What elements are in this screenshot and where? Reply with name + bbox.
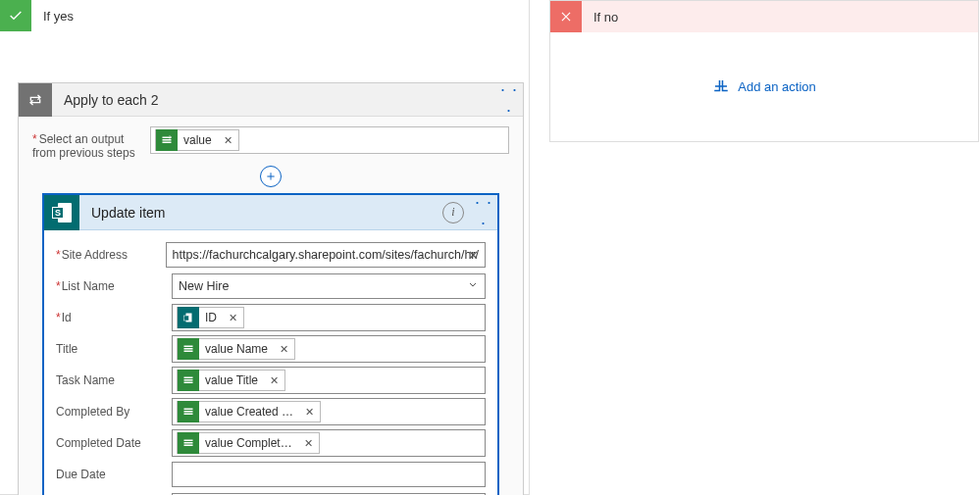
excel-icon <box>178 432 199 454</box>
task-name-input[interactable]: value Title ✕ <box>172 367 486 394</box>
excel-icon <box>156 129 178 151</box>
clear-icon[interactable]: ✕ <box>468 248 479 263</box>
add-action-label: Add an action <box>738 79 816 94</box>
token-value-name[interactable]: value Name ✕ <box>177 338 295 360</box>
token-value[interactable]: value ✕ <box>155 129 239 151</box>
sharepoint-icon: S <box>44 195 79 230</box>
more-menu-button[interactable]: · · · <box>495 79 523 121</box>
close-icon <box>550 1 582 32</box>
branch-no-header[interactable]: If no <box>550 1 978 32</box>
branch-yes-title: If yes <box>31 9 74 24</box>
svg-rect-1 <box>184 316 189 321</box>
add-step-button[interactable]: ＋ <box>260 166 282 187</box>
due-date-input[interactable] <box>172 462 486 487</box>
field-task-name: Task Name value Title ✕ <box>56 366 486 395</box>
select-output-label: *Select an output from previous steps <box>32 126 150 160</box>
token-remove-icon[interactable]: ✕ <box>298 437 319 450</box>
apply-to-each-body: *Select an output from previous steps va… <box>19 117 523 495</box>
excel-icon <box>178 338 199 360</box>
field-site-address: *Site Address https://fachurchcalgary.sh… <box>56 240 486 270</box>
update-item-card: S Update item i · · · *Site Address http… <box>42 193 499 495</box>
svg-rect-4 <box>722 80 724 85</box>
add-action-icon <box>712 77 730 95</box>
list-name-select[interactable]: New Hire <box>172 273 486 299</box>
site-address-input[interactable]: https://fachurchcalgary.sharepoint.com/s… <box>166 242 486 268</box>
completed-by-input[interactable]: value Created … ✕ <box>172 398 486 425</box>
token-id[interactable]: ID ✕ <box>177 307 244 328</box>
excel-icon <box>178 370 199 391</box>
title-input[interactable]: value Name ✕ <box>172 335 486 363</box>
apply-to-each-header[interactable]: Apply to each 2 · · · <box>19 83 523 117</box>
field-list-name: *List Name New Hire <box>56 272 486 301</box>
field-title: Title value Name ✕ <box>56 334 486 364</box>
sharepoint-token-icon <box>178 307 199 328</box>
field-planner-task: Planner Task ID <box>56 491 486 495</box>
field-due-date: Due Date <box>56 460 486 489</box>
token-remove-icon[interactable]: ✕ <box>299 406 320 419</box>
loop-icon <box>19 83 52 117</box>
token-value-created[interactable]: value Created … ✕ <box>177 401 321 422</box>
update-item-body: *Site Address https://fachurchcalgary.sh… <box>44 230 497 495</box>
update-item-title: Update item <box>79 205 442 221</box>
update-more-menu-button[interactable]: · · · <box>470 192 497 233</box>
select-output-input[interactable]: value ✕ <box>150 126 509 154</box>
token-value-title[interactable]: value Title ✕ <box>177 370 285 391</box>
svg-rect-3 <box>719 80 721 85</box>
completed-date-input[interactable]: value Complet… ✕ <box>172 429 486 457</box>
info-icon[interactable]: i <box>442 202 464 223</box>
add-action-area: Add an action <box>550 32 978 140</box>
field-id: *Id ID ✕ <box>56 303 486 332</box>
chevron-down-icon[interactable] <box>467 279 479 294</box>
branch-yes: If yes Apply to each 2 · · · *Select an … <box>0 0 530 495</box>
apply-to-each-title: Apply to each 2 <box>52 92 495 108</box>
token-remove-icon[interactable]: ✕ <box>264 374 284 387</box>
id-input[interactable]: ID ✕ <box>172 304 486 331</box>
update-item-header[interactable]: S Update item i · · · <box>44 195 497 230</box>
token-remove-icon[interactable]: ✕ <box>218 134 238 147</box>
branch-no-title: If no <box>582 10 618 25</box>
field-completed-by: Completed By value Created … ✕ <box>56 397 486 426</box>
branch-yes-header[interactable]: If yes <box>0 0 529 31</box>
token-remove-icon[interactable]: ✕ <box>223 312 243 324</box>
field-completed-date: Completed Date value Complet… ✕ <box>56 428 486 458</box>
select-output-row: *Select an output from previous steps va… <box>32 126 509 160</box>
check-icon <box>0 0 31 31</box>
token-value-completed[interactable]: value Complet… ✕ <box>177 432 320 454</box>
branch-no: If no Add an action <box>549 0 979 142</box>
svg-rect-2 <box>715 85 727 87</box>
token-remove-icon[interactable]: ✕ <box>274 343 294 356</box>
flow-canvas: If yes Apply to each 2 · · · *Select an … <box>0 0 980 495</box>
excel-icon <box>178 401 199 422</box>
add-action-button[interactable]: Add an action <box>712 77 816 95</box>
apply-to-each-card: Apply to each 2 · · · *Select an output … <box>18 82 524 495</box>
